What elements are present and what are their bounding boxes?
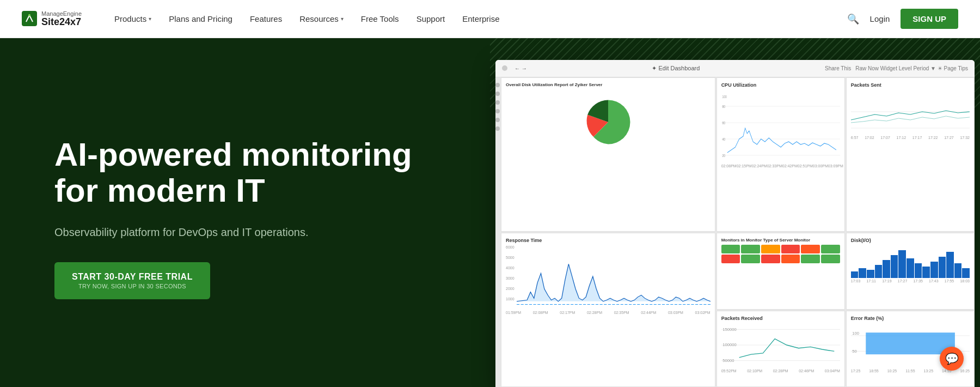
login-button[interactable]: Login xyxy=(870,14,890,23)
io-bar xyxy=(859,268,866,278)
sidebar-dot xyxy=(495,109,500,113)
monitor-cell xyxy=(741,255,760,263)
sidebar-dot xyxy=(495,100,500,105)
io-bar xyxy=(851,271,859,278)
io-bar xyxy=(915,263,922,278)
cta-main-text: START 30-DAY FREE TRIAL xyxy=(72,272,193,282)
navbar: ManageEngine Site24x7 Products ▾ Plans a… xyxy=(0,0,980,38)
brand-manage-engine: ManageEngine xyxy=(41,10,82,17)
error-rate-title: Error Rate (%) xyxy=(851,316,970,321)
svg-text:100000: 100000 xyxy=(722,342,737,347)
back-arrow-icon: ← → xyxy=(514,65,527,71)
svg-text:60: 60 xyxy=(722,120,725,125)
nav-plans-pricing[interactable]: Plans and Pricing xyxy=(169,14,232,23)
monitor-cell xyxy=(721,245,740,253)
pie-chart-svg xyxy=(584,98,633,147)
dashboard-body: CPU Utilization 20 40 60 80 100 xyxy=(495,77,975,387)
io-bar xyxy=(946,252,954,278)
svg-text:150000: 150000 xyxy=(722,326,737,331)
packets-sent-svg xyxy=(851,90,970,134)
io-bar xyxy=(906,258,914,278)
packets-sent-title: Packets Sent xyxy=(851,82,970,88)
dashboard-topbar: ← → ✦ Edit Dashboard Share This Raw Now … xyxy=(495,60,975,77)
nav-products[interactable]: Products ▾ xyxy=(114,14,151,23)
cta-button[interactable]: START 30-DAY FREE TRIAL TRY NOW, SIGN UP… xyxy=(54,262,210,299)
pie-container xyxy=(506,89,710,155)
topbar-options: Raw Now Widget Level Period ▼ ☀ Page Tip… xyxy=(855,65,968,71)
nav-right: 🔍 Login SIGN UP xyxy=(847,9,958,29)
response-chart-area xyxy=(517,245,710,311)
monitor-cell xyxy=(801,245,820,253)
nav-free-tools[interactable]: Free Tools xyxy=(361,14,399,23)
response-time-chart: Response Time 600050004000300020001000 xyxy=(501,233,715,387)
hero-left: AI-powered monitoring for modern IT Obse… xyxy=(0,38,490,387)
packets-received-chart: Packets Received 150000 100000 50000 xyxy=(716,311,845,388)
sidebar-dots xyxy=(495,77,500,387)
io-bar xyxy=(898,250,906,278)
svg-text:20: 20 xyxy=(722,153,725,158)
cta-sub-text: TRY NOW, SIGN UP IN 30 SECONDS xyxy=(78,283,186,289)
hero-right: ← → ✦ Edit Dashboard Share This Raw Now … xyxy=(490,38,980,387)
svg-text:100: 100 xyxy=(852,330,859,335)
monitor-type-title: Monitors in Monitor Type of Server Monit… xyxy=(721,238,840,243)
hero-title: AI-powered monitoring for modern IT xyxy=(54,137,457,209)
io-bar xyxy=(875,265,883,278)
sidebar-dot xyxy=(495,126,500,131)
monitor-cell xyxy=(801,255,820,263)
share-this-label: Share This xyxy=(825,65,851,71)
monitor-cell xyxy=(781,245,800,253)
svg-text:40: 40 xyxy=(722,137,725,141)
svg-point-1 xyxy=(28,14,30,16)
sidebar-dot xyxy=(495,118,500,122)
response-y-axis: 600050004000300020001000 xyxy=(506,245,517,311)
monitor-cell xyxy=(761,245,780,253)
logo-area[interactable]: ManageEngine Site24x7 xyxy=(22,10,82,28)
response-svg xyxy=(517,245,710,311)
chat-bubble[interactable]: 💬 xyxy=(940,347,964,371)
disk-util-title: Overall Disk Utilization Report of Zyike… xyxy=(506,82,710,87)
svg-text:50000: 50000 xyxy=(722,358,734,362)
svg-text:80: 80 xyxy=(722,104,725,108)
nav-resources[interactable]: Resources ▾ xyxy=(299,14,344,23)
search-icon[interactable]: 🔍 xyxy=(847,13,859,25)
disk-io-chart: Disk(I/O) xyxy=(846,233,975,310)
nav-dots: ← → xyxy=(502,65,527,71)
monitor-cell xyxy=(721,255,740,263)
dashboard-topbar-right: Share This Raw Now Widget Level Period ▼… xyxy=(825,65,968,71)
monitor-type-chart: Monitors in Monitor Type of Server Monit… xyxy=(716,233,845,310)
chart-grid: CPU Utilization 20 40 60 80 100 xyxy=(501,77,975,387)
nav-features[interactable]: Features xyxy=(250,14,282,23)
response-title: Response Time xyxy=(506,238,710,243)
monitor-cell xyxy=(821,255,840,263)
svg-text:100: 100 xyxy=(722,94,727,99)
io-bar xyxy=(891,255,898,278)
chevron-down-icon-resources: ▾ xyxy=(341,16,344,22)
sidebar-dot xyxy=(495,92,500,96)
packets-recv-xaxis: 05:52PM02:10PM02:28PM02:46PM03:04PM xyxy=(721,369,840,373)
brand-site24x7: Site24x7 xyxy=(41,17,82,28)
response-xaxis: 01:59PM02:08PM02:17PM02:28PM02:35PM02:44… xyxy=(506,311,710,315)
svg-text:50: 50 xyxy=(852,348,857,353)
nav-enterprise[interactable]: Enterprise xyxy=(462,14,499,23)
io-bar xyxy=(939,257,946,278)
hero-subtitle: Observability platform for DevOps and IT… xyxy=(54,224,457,240)
chat-icon: 💬 xyxy=(945,352,959,365)
cpu-chart-svg: 20 40 60 80 100 xyxy=(721,90,840,161)
signup-button[interactable]: SIGN UP xyxy=(901,9,958,29)
cpu-x-axis: 02:08PM02:15PM02:24PM02:33PM02:42PM02:51… xyxy=(721,164,840,168)
io-bar xyxy=(867,270,874,278)
nav-support[interactable]: Support xyxy=(416,14,445,23)
error-bar xyxy=(866,332,955,354)
io-bar xyxy=(883,260,890,278)
packets-recv-title: Packets Received xyxy=(721,316,840,321)
packets-sent-xaxis: 6:5717:0217:0717:1217:1717:2217:2717:32 xyxy=(851,136,970,140)
chevron-down-icon: ▾ xyxy=(149,16,151,22)
dashboard-window: ← → ✦ Edit Dashboard Share This Raw Now … xyxy=(495,60,975,387)
monitor-cell xyxy=(781,255,800,263)
io-bar xyxy=(922,267,930,278)
disk-io-title: Disk(I/O) xyxy=(851,238,970,243)
monitor-grid xyxy=(721,245,840,263)
dashboard-edit-btn[interactable]: ✦ Edit Dashboard xyxy=(652,65,700,72)
nav-links: Products ▾ Plans and Pricing Features Re… xyxy=(114,14,847,23)
dot-1 xyxy=(502,65,507,71)
